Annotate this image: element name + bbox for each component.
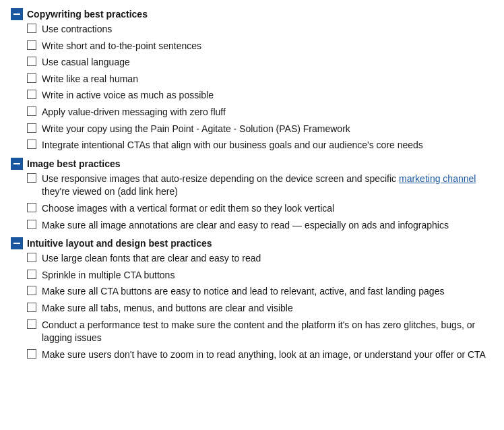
item-text: Use large clean fonts that are clear and… — [42, 252, 493, 266]
list-item: Write short and to-the-point sentences — [27, 40, 493, 53]
list-item: Make sure users don't have to zoom in to… — [27, 348, 493, 362]
list-item: Use contractions — [27, 23, 493, 36]
list-item: Conduct a performance test to make sure … — [27, 319, 493, 345]
section-header-copywriting[interactable]: Copywriting best practices — [11, 8, 493, 20]
checkbox[interactable] — [27, 40, 36, 50]
checklist-copywriting: Use contractionsWrite short and to-the-p… — [27, 23, 493, 152]
item-text: Write short and to-the-point sentences — [42, 40, 493, 53]
checkbox[interactable] — [27, 73, 36, 83]
collapse-icon[interactable] — [11, 158, 23, 170]
list-item: Make sure all image annotations are clea… — [27, 219, 493, 233]
checkbox[interactable] — [27, 220, 36, 229]
checkbox[interactable] — [27, 24, 36, 33]
item-text: Apply value-driven messaging with zero f… — [42, 106, 493, 119]
checkbox[interactable] — [27, 90, 36, 99]
section-image: Image best practicesUse responsive image… — [11, 158, 493, 232]
checkbox[interactable] — [27, 253, 36, 262]
list-item: Make sure all tabs, menus, and buttons a… — [27, 302, 493, 315]
checkbox[interactable] — [27, 123, 36, 133]
list-item: Use large clean fonts that are clear and… — [27, 252, 493, 266]
section-header-image[interactable]: Image best practices — [11, 158, 493, 170]
item-text: Write your copy using the Pain Point - A… — [42, 123, 493, 136]
list-item: Choose images with a vertical format or … — [27, 202, 493, 216]
checkbox[interactable] — [27, 270, 36, 279]
checkbox[interactable] — [27, 286, 36, 295]
item-text: Use casual language — [42, 56, 493, 69]
item-text: Make sure all CTA buttons are easy to no… — [42, 285, 493, 299]
collapse-icon[interactable] — [11, 237, 23, 249]
list-item: Apply value-driven messaging with zero f… — [27, 106, 493, 119]
checkbox[interactable] — [27, 303, 36, 312]
checklist-image: Use responsive images that auto-resize d… — [27, 173, 493, 232]
item-text: Conduct a performance test to make sure … — [42, 319, 493, 345]
svg-rect-1 — [13, 163, 20, 164]
list-item: Write your copy using the Pain Point - A… — [27, 123, 493, 136]
marketing-channel-link[interactable]: marketing channel — [399, 173, 476, 184]
list-item: Make sure all CTA buttons are easy to no… — [27, 285, 493, 299]
item-text: Make sure all tabs, menus, and buttons a… — [42, 302, 493, 315]
checkbox[interactable] — [27, 349, 36, 359]
item-text: Use responsive images that auto-resize d… — [42, 173, 493, 199]
checkbox[interactable] — [27, 173, 36, 183]
checkbox[interactable] — [27, 319, 36, 329]
section-title: Intuitive layout and design best practic… — [27, 238, 212, 249]
checklist-layout: Use large clean fonts that are clear and… — [27, 252, 493, 361]
section-title: Copywriting best practices — [27, 9, 148, 20]
list-item: Write in active voice as much as possibl… — [27, 89, 493, 102]
checkbox[interactable] — [27, 203, 36, 212]
checkbox[interactable] — [27, 106, 36, 116]
item-text: Write like a real human — [42, 73, 493, 86]
item-text: Make sure all image annotations are clea… — [42, 219, 493, 233]
checkbox[interactable] — [27, 140, 36, 149]
list-item: Sprinkle in multiple CTA buttons — [27, 269, 493, 282]
checkbox[interactable] — [27, 57, 36, 66]
collapse-icon[interactable] — [11, 8, 23, 20]
list-item: Integrate intentional CTAs that align wi… — [27, 139, 493, 152]
item-text: Use contractions — [42, 23, 493, 36]
section-layout: Intuitive layout and design best practic… — [11, 237, 493, 361]
svg-rect-0 — [13, 13, 20, 15]
list-item: Use responsive images that auto-resize d… — [27, 173, 493, 199]
list-item: Use casual language — [27, 56, 493, 69]
section-title: Image best practices — [27, 158, 121, 169]
item-text: Choose images with a vertical format or … — [42, 202, 493, 216]
item-text: Make sure users don't have to zoom in to… — [42, 348, 493, 362]
item-text: Write in active voice as much as possibl… — [42, 89, 493, 102]
section-copywriting: Copywriting best practicesUse contractio… — [11, 8, 493, 152]
item-text: Sprinkle in multiple CTA buttons — [42, 269, 493, 282]
item-text: Integrate intentional CTAs that align wi… — [42, 139, 493, 152]
list-item: Write like a real human — [27, 73, 493, 86]
svg-rect-2 — [13, 243, 20, 244]
section-header-layout[interactable]: Intuitive layout and design best practic… — [11, 237, 493, 249]
